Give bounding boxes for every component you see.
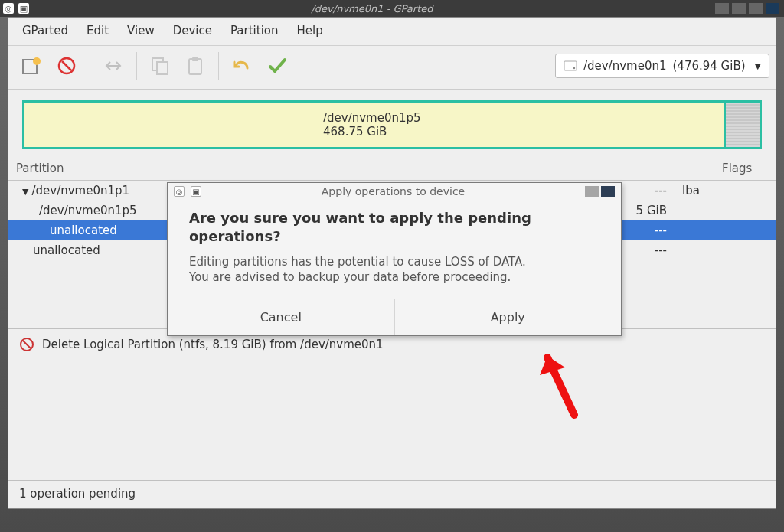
menu-edit[interactable]: Edit: [79, 22, 116, 39]
dialog-app-icon: ▣: [191, 186, 201, 197]
activities-icon[interactable]: ◎: [3, 3, 14, 14]
status-text: 1 operation pending: [19, 487, 136, 501]
dialog-app-icon: ◎: [174, 186, 185, 197]
workspace-switcher[interactable]: [715, 3, 784, 14]
partition-map[interactable]: /dev/nvme0n1p5 468.75 GiB: [22, 100, 762, 149]
delete-op-icon: [19, 337, 34, 352]
separator: [218, 52, 219, 80]
row-trail: ---: [613, 184, 675, 197]
row-name: /dev/nvme0n1p1: [31, 184, 129, 197]
device-name: /dev/nvme0n1: [583, 59, 667, 73]
dialog-body: Are you sure you want to apply the pendi…: [168, 200, 621, 299]
apply-button[interactable]: [260, 49, 294, 83]
new-partition-button[interactable]: [15, 49, 48, 83]
row-trail: ---: [613, 224, 675, 237]
dialog-heading: Are you sure you want to apply the pendi…: [189, 209, 599, 246]
menu-partition[interactable]: Partition: [223, 22, 286, 39]
row-trail: ---: [613, 243, 675, 257]
menu-gparted[interactable]: GParted: [15, 22, 76, 39]
chevron-down-icon: ▼: [755, 61, 761, 71]
apply-confirm-button[interactable]: Apply: [394, 299, 622, 335]
row-trail: 5 GiB: [613, 204, 675, 217]
desktop-panel: ◎ ▣ /dev/nvme0n1 - GParted: [0, 0, 784, 17]
svg-rect-5: [157, 62, 168, 74]
expander-icon[interactable]: ▼: [22, 187, 28, 197]
menu-bar: GParted Edit View Device Partition Help: [8, 18, 776, 46]
svg-rect-7: [192, 57, 198, 61]
delete-partition-button[interactable]: [50, 49, 83, 83]
status-bar: 1 operation pending: [8, 480, 776, 508]
cancel-button[interactable]: Cancel: [168, 299, 394, 335]
app-icon[interactable]: ▣: [18, 3, 29, 14]
resize-move-button[interactable]: [96, 49, 130, 83]
menu-help[interactable]: Help: [289, 22, 331, 39]
svg-point-9: [573, 67, 575, 69]
dialog-titlebar[interactable]: ◎ ▣ Apply operations to device: [168, 183, 621, 200]
copy-button[interactable]: [143, 49, 177, 83]
partition-map-main[interactable]: /dev/nvme0n1p5 468.75 GiB: [24, 103, 726, 147]
device-selector[interactable]: /dev/nvme0n1 (476.94 GiB) ▼: [555, 54, 769, 78]
table-header: Partition Flags: [8, 157, 776, 181]
dialog-buttons: Cancel Apply: [168, 299, 621, 335]
svg-point-1: [33, 57, 41, 65]
svg-line-11: [23, 341, 31, 348]
paste-button[interactable]: [178, 49, 212, 83]
menu-view[interactable]: View: [119, 22, 162, 39]
undo-button[interactable]: [225, 49, 259, 83]
dialog-message-1: Editing partitions has the potential to …: [189, 254, 599, 269]
drive-icon: [564, 59, 577, 73]
pmap-size: 468.75 GiB: [323, 125, 724, 139]
separator: [136, 52, 137, 80]
col-flags[interactable]: Flags: [714, 157, 776, 180]
window-title: /dev/nvme0n1 - GParted: [34, 3, 710, 15]
toolbar: /dev/nvme0n1 (476.94 GiB) ▼: [8, 46, 776, 90]
svg-line-3: [62, 61, 71, 70]
menu-device[interactable]: Device: [165, 22, 220, 39]
pending-op-text: Delete Logical Partition (ntfs, 8.19 GiB…: [42, 338, 384, 351]
separator: [90, 52, 90, 80]
col-partition[interactable]: Partition: [8, 157, 169, 180]
partition-map-unallocated[interactable]: [726, 103, 760, 147]
svg-rect-8: [564, 61, 577, 70]
apply-confirm-dialog: ◎ ▣ Apply operations to device Are you s…: [167, 182, 622, 336]
device-size: (476.94 GiB): [672, 59, 745, 73]
pmap-name: /dev/nvme0n1p5: [323, 111, 724, 125]
row-flags: lba: [675, 184, 776, 197]
dialog-window-controls[interactable]: [585, 186, 615, 197]
row-name: unallocated: [33, 243, 100, 257]
dialog-message-2: You are advised to backup your data befo…: [189, 269, 599, 285]
row-name: /dev/nvme0n1p5: [39, 204, 137, 217]
row-name: unallocated: [50, 224, 117, 237]
dialog-title: Apply operations to device: [207, 185, 579, 197]
